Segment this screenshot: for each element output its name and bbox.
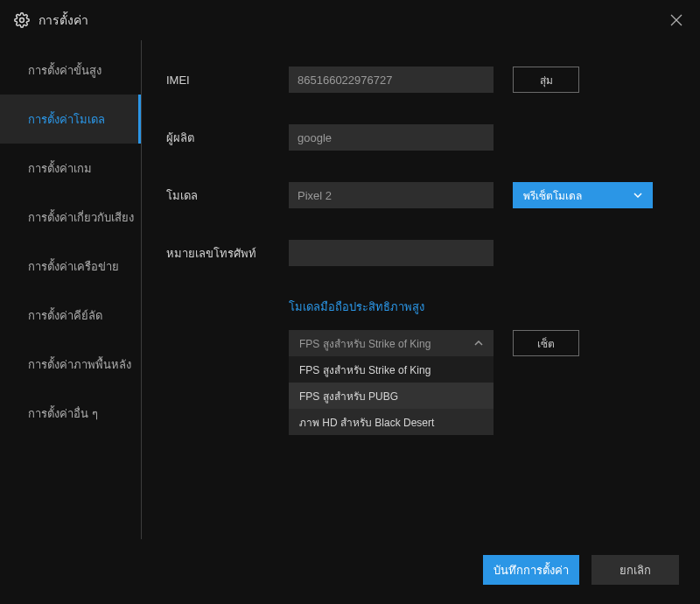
- perf-heading: โมเดลมือถือประสิทธิภาพสูง: [289, 298, 676, 316]
- sidebar-item-label: การตั้งค่าเครือข่าย: [28, 257, 119, 276]
- chevron-down-icon: [634, 193, 642, 198]
- imei-label: IMEI: [166, 74, 289, 87]
- row-maker: ผู้ผลิต: [166, 124, 676, 151]
- close-button[interactable]: [667, 11, 686, 30]
- preset-label: พรีเซ็ตโมเดล: [523, 187, 582, 204]
- phone-label: หมายเลขโทรศัพท์: [166, 244, 289, 263]
- sidebar-item-label: การตั้งค่าเกม: [28, 159, 92, 178]
- titlebar: การตั้งค่า: [0, 0, 700, 40]
- sidebar-item-shortcut[interactable]: การตั้งค่าคีย์ลัด: [0, 291, 141, 340]
- phone-input[interactable]: [289, 240, 494, 266]
- sidebar-item-label: การตั้งค่าขั้นสูง: [28, 61, 102, 80]
- perf-option[interactable]: ภาพ HD สำหรับ Black Desert: [289, 409, 494, 435]
- sidebar-item-wallpaper[interactable]: การตั้งค่าภาพพื้นหลัง: [0, 340, 141, 389]
- random-button[interactable]: สุ่ม: [513, 67, 579, 93]
- cancel-button[interactable]: ยกเลิก: [592, 555, 679, 585]
- sidebar-item-label: การตั้งค่าภาพพื้นหลัง: [28, 355, 131, 374]
- sidebar-item-advanced[interactable]: การตั้งค่าขั้นสูง: [0, 46, 141, 95]
- chevron-up-icon: [474, 341, 483, 346]
- sidebar-item-audio[interactable]: การตั้งค่าเกี่ยวกับเสียง: [0, 193, 141, 242]
- model-label: โมเดล: [166, 186, 289, 205]
- maker-input[interactable]: [289, 124, 494, 151]
- preset-dropdown[interactable]: พรีเซ็ตโมเดล: [513, 182, 653, 208]
- imei-input[interactable]: [289, 67, 494, 93]
- sidebar-item-label: การตั้งค่าเกี่ยวกับเสียง: [28, 208, 134, 227]
- sidebar-item-label: การตั้งค่าโมเดล: [28, 110, 105, 129]
- row-model: โมเดล พรีเซ็ตโมเดล: [166, 182, 676, 208]
- sidebar-item-other[interactable]: การตั้งค่าอื่น ๆ: [0, 389, 141, 438]
- sidebar-item-game[interactable]: การตั้งค่าเกม: [0, 144, 141, 193]
- perf-selected: FPS สูงสำหรับ Strike of King: [299, 335, 430, 352]
- gear-icon: [14, 12, 30, 28]
- sidebar-item-network[interactable]: การตั้งค่าเครือข่าย: [0, 242, 141, 291]
- window-title: การตั้งค่า: [38, 11, 88, 30]
- model-input[interactable]: [289, 182, 494, 208]
- maker-label: ผู้ผลิต: [166, 129, 289, 147]
- sidebar-item-model[interactable]: การตั้งค่าโมเดล: [0, 95, 141, 144]
- save-button[interactable]: บันทึกการตั้งค่า: [483, 555, 579, 585]
- perf-option[interactable]: FPS สูงสำหรับ PUBG: [289, 383, 494, 409]
- perf-combo-list: FPS สูงสำหรับ Strike of King FPS สูงสำหร…: [289, 356, 494, 435]
- sidebar: การตั้งค่าขั้นสูง การตั้งค่าโมเดล การตั้…: [0, 40, 142, 539]
- perf-combo-head[interactable]: FPS สูงสำหรับ Strike of King: [289, 330, 494, 356]
- perf-row: FPS สูงสำหรับ Strike of King FPS สูงสำหร…: [289, 330, 676, 435]
- svg-point-0: [20, 18, 24, 23]
- footer: บันทึกการตั้งค่า ยกเลิก: [483, 555, 679, 585]
- row-phone: หมายเลขโทรศัพท์: [166, 240, 676, 266]
- titlebar-left: การตั้งค่า: [14, 11, 88, 30]
- perf-combo: FPS สูงสำหรับ Strike of King FPS สูงสำหร…: [289, 330, 494, 435]
- row-imei: IMEI สุ่ม: [166, 67, 676, 93]
- sidebar-item-label: การตั้งค่าอื่น ๆ: [28, 404, 98, 423]
- sidebar-item-label: การตั้งค่าคีย์ลัด: [28, 306, 102, 325]
- set-button[interactable]: เซ็ต: [513, 330, 579, 356]
- main-panel: IMEI สุ่ม ผู้ผลิต โมเดล พรีเซ็ตโมเดล หมา…: [142, 40, 700, 539]
- perf-option[interactable]: FPS สูงสำหรับ Strike of King: [289, 356, 494, 383]
